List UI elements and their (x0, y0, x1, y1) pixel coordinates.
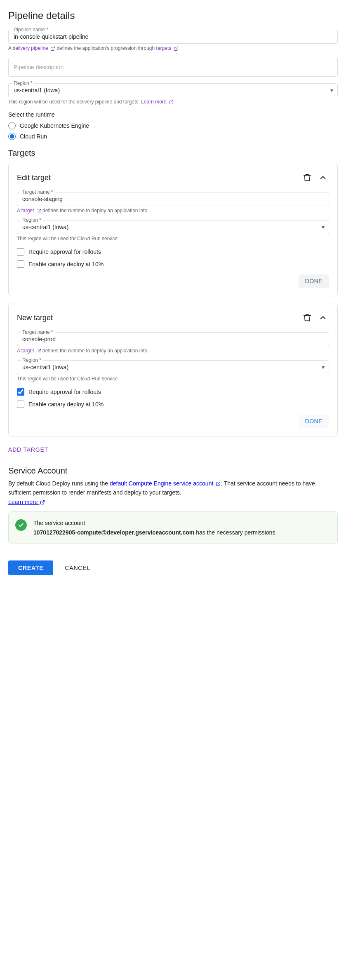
edit-target-region-select-wrapper: Region * us-central1 (Iowa) ▾ (17, 220, 329, 234)
edit-target-card-header: Edit target (17, 171, 329, 184)
region-select[interactable]: us-central1 (Iowa) us-east1 (South Carol… (14, 87, 322, 94)
pipeline-name-input[interactable] (14, 33, 332, 40)
new-target-delete-button[interactable] (301, 312, 313, 324)
svg-line-6 (42, 501, 45, 503)
svg-line-5 (218, 482, 220, 485)
edit-target-card-title: Edit target (17, 173, 51, 182)
svg-line-0 (52, 47, 55, 49)
edit-target-collapse-button[interactable] (317, 171, 329, 184)
new-target-canary-checkbox[interactable] (17, 401, 24, 408)
service-account-email: 1070127022905-compute@developer.gservice… (33, 529, 194, 536)
edit-target-name-label: Target name * (21, 189, 55, 195)
edit-target-region-select[interactable]: us-central1 (Iowa) (22, 224, 314, 230)
runtime-cloudrun-option[interactable]: Cloud Run (8, 133, 338, 140)
page-title: Pipeline details (8, 10, 338, 21)
targets-section-title: Targets (8, 148, 338, 158)
new-target-canary-group: Enable canary deploy at 10% (17, 401, 329, 408)
new-target-link[interactable]: target (21, 348, 41, 354)
chevron-up-icon-2 (318, 313, 327, 322)
svg-line-2 (171, 100, 173, 103)
region-label: Region * (12, 80, 34, 86)
edit-target-name-input[interactable] (22, 196, 324, 202)
edit-target-link[interactable]: target (21, 208, 41, 213)
runtime-gke-radio[interactable] (8, 122, 16, 129)
create-button[interactable]: CREATE (8, 560, 53, 575)
new-target-name-label: Target name * (21, 329, 55, 335)
runtime-gke-option[interactable]: Google Kubernetes Engine (8, 122, 338, 129)
region-helper-text: This region will be used for the deliver… (8, 99, 338, 105)
new-target-region-helper: This region will be used for Cloud Run s… (17, 376, 329, 382)
checkmark-icon (18, 522, 24, 528)
trash-icon-2 (303, 313, 312, 322)
service-account-description: By default Cloud Deploy runs using the d… (8, 479, 338, 506)
edit-target-require-approval-group: Require approval for rollouts (17, 248, 329, 256)
edit-target-name-input-wrapper: Target name * (17, 192, 329, 206)
runtime-cloudrun-radio[interactable] (8, 133, 16, 140)
trash-icon (303, 173, 312, 182)
runtime-gke-label: Google Kubernetes Engine (20, 122, 89, 129)
new-target-done-wrapper: DONE (17, 415, 329, 428)
edit-target-require-approval-label: Require approval for rollouts (28, 249, 101, 255)
runtime-label: Select the runtime (8, 111, 338, 118)
edit-target-card: Edit target Target name * (8, 163, 338, 296)
edit-target-done-wrapper: DONE (17, 274, 329, 288)
region-learn-more-link[interactable]: Learn more (141, 99, 174, 105)
new-target-card-header: New target (17, 312, 329, 324)
edit-target-region-dropdown-icon: ▾ (322, 224, 325, 230)
service-account-learn-more-link[interactable]: Learn more (8, 499, 45, 505)
new-target-canary-label: Enable canary deploy at 10% (28, 401, 104, 408)
svg-line-1 (176, 47, 178, 49)
edit-target-canary-checkbox[interactable] (17, 260, 24, 268)
new-target-require-approval-checkbox[interactable] (17, 388, 24, 396)
service-account-success-box: The service account 1070127022905-comput… (8, 511, 338, 544)
pipeline-name-helper: A delivery pipeline defines the applicat… (8, 45, 338, 51)
new-target-region-group: Region * us-central1 (Iowa) ▾ This regio… (17, 360, 329, 382)
delivery-pipeline-link[interactable]: delivery pipeline (13, 45, 55, 51)
pipeline-description-group (8, 58, 338, 77)
runtime-radio-group: Google Kubernetes Engine Cloud Run (8, 122, 338, 140)
new-target-region-select[interactable]: us-central1 (Iowa) (22, 364, 314, 370)
pipeline-name-input-wrapper: Pipeline name * (8, 30, 338, 44)
edit-target-delete-button[interactable] (301, 171, 313, 184)
new-target-actions (301, 312, 329, 324)
add-target-button[interactable]: ADD TARGET (8, 443, 48, 456)
pipeline-description-input[interactable] (8, 58, 338, 77)
service-account-title: Service Account (8, 466, 338, 476)
runtime-cloudrun-label: Cloud Run (20, 133, 47, 140)
edit-target-name-helper: A target defines the runtime to deploy a… (17, 208, 329, 213)
chevron-up-icon (318, 173, 327, 182)
new-target-card: New target Target name * (8, 303, 338, 436)
new-target-name-input[interactable] (22, 336, 324, 342)
edit-target-region-group: Region * us-central1 (Iowa) ▾ This regio… (17, 220, 329, 241)
service-account-success-text: The service account 1070127022905-comput… (33, 518, 277, 537)
edit-target-done-button[interactable]: DONE (299, 274, 329, 288)
region-select-wrapper: Region * us-central1 (Iowa) us-east1 (So… (8, 83, 338, 97)
new-target-card-title: New target (17, 314, 53, 322)
new-target-name-helper: A target defines the runtime to deploy a… (17, 348, 329, 354)
pipeline-name-label: Pipeline name * (12, 27, 50, 33)
svg-line-3 (38, 209, 41, 211)
runtime-section: Select the runtime Google Kubernetes Eng… (8, 111, 338, 140)
svg-line-4 (38, 349, 41, 352)
service-account-success-icon (15, 519, 27, 531)
new-target-collapse-button[interactable] (317, 312, 329, 324)
bottom-actions: CREATE CANCEL (8, 554, 338, 575)
new-target-name-group: Target name * A target defines the runti… (17, 332, 329, 354)
edit-target-canary-label: Enable canary deploy at 10% (28, 261, 104, 267)
targets-link[interactable]: targets (156, 45, 179, 51)
new-target-region-dropdown-icon: ▾ (322, 364, 325, 370)
edit-target-region-label: Region * (21, 217, 43, 223)
edit-target-require-approval-checkbox[interactable] (17, 248, 24, 256)
service-account-section: Service Account By default Cloud Deploy … (8, 466, 338, 544)
new-target-region-label: Region * (21, 357, 43, 363)
new-target-require-approval-label: Require approval for rollouts (28, 389, 101, 395)
new-target-require-approval-group: Require approval for rollouts (17, 388, 329, 396)
new-target-name-input-wrapper: Target name * (17, 332, 329, 346)
new-target-done-button[interactable]: DONE (299, 415, 329, 428)
cancel-button[interactable]: CANCEL (58, 560, 97, 575)
region-group: Region * us-central1 (Iowa) us-east1 (So… (8, 83, 338, 105)
edit-target-canary-group: Enable canary deploy at 10% (17, 260, 329, 268)
edit-target-actions (301, 171, 329, 184)
edit-target-region-helper: This region will be used for Cloud Run s… (17, 236, 329, 241)
service-account-link[interactable]: default Compute Engine service account (110, 480, 221, 487)
